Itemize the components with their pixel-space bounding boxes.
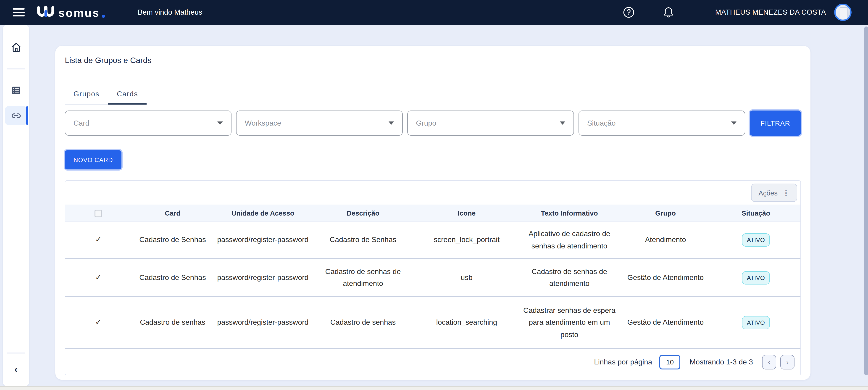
cell-card: Cadastro de senhas: [131, 297, 214, 348]
cell-grupo: Gestão de Atendimento: [620, 297, 712, 348]
tab-grupos[interactable]: Grupos: [65, 85, 108, 104]
previous-page-button[interactable]: ‹: [762, 355, 776, 369]
page-title: Lista de Grupos e Cards: [65, 56, 801, 65]
sidebar-divider-bottom: [7, 353, 25, 354]
cell-texto-informativo: Cadastrar senhas de espera para atendime…: [519, 297, 620, 348]
header-checkbox-cell: [65, 205, 131, 221]
home-icon: [11, 42, 21, 52]
table-row: ✓ Cadastro de senhas password/register-p…: [65, 297, 800, 349]
status-badge[interactable]: ATIVO: [742, 316, 770, 329]
row-selected-checkmark[interactable]: ✓: [95, 271, 102, 284]
pagination-row: Linhas por página Mostrando 1-3 de 3 ‹ ›: [65, 349, 800, 375]
acoes-button-label: Ações: [758, 189, 778, 197]
somus-logo: somus: [36, 6, 105, 19]
filtrar-button[interactable]: FILTRAR: [750, 111, 801, 136]
cards-table-container: Ações ⋮ Card Unidade de Acesso Descrição…: [65, 180, 801, 376]
chevron-right-icon: ›: [786, 358, 788, 366]
horizontal-scrollbar[interactable]: [0, 386, 868, 390]
top-navigation-bar: somus Bem vindo Matheus MATHEUS MENEZES …: [0, 0, 868, 25]
cell-descricao: Cadastro de Senhas: [312, 222, 414, 258]
active-indicator-bar: [26, 107, 28, 125]
tab-cards[interactable]: Cards: [108, 85, 147, 104]
cell-icone: screen_lock_portrait: [414, 222, 519, 258]
status-badge[interactable]: ATIVO: [742, 233, 770, 247]
cell-card: Cadastro de Senhas: [131, 260, 214, 296]
status-badge[interactable]: ATIVO: [742, 271, 770, 284]
cell-descricao: Cadastro de senhas de atendimento: [312, 260, 414, 296]
cell-unidade-de-acesso: password/register-password: [214, 297, 312, 348]
cell-card: Cadastro de Senhas: [131, 222, 214, 258]
somus-logo-mark-icon: [36, 6, 55, 19]
row-selected-checkmark[interactable]: ✓: [95, 234, 102, 246]
column-header-unidade-de-acesso: Unidade de Acesso: [214, 205, 312, 221]
cell-grupo: Gestão de Atendimento: [620, 260, 712, 296]
cell-texto-informativo: Aplicativo de cadastro de senhas de aten…: [519, 222, 620, 258]
rows-per-page-input[interactable]: [659, 355, 681, 369]
help-icon[interactable]: [623, 6, 635, 18]
chevron-left-icon: ‹: [768, 358, 770, 366]
notifications-bell-icon[interactable]: [663, 6, 674, 18]
showing-range-text: Mostrando 1-3 de 3: [690, 358, 753, 366]
chevron-down-icon: [217, 121, 223, 125]
select-all-checkbox[interactable]: [95, 209, 102, 217]
user-name[interactable]: MATHEUS MENEZES DA COSTA: [715, 8, 826, 17]
column-header-texto-informativo: Texto Informativo: [519, 205, 620, 221]
cell-texto-informativo: Cadastro de senhas de atendimento: [519, 260, 620, 296]
sidebar-item-cards-active[interactable]: [5, 106, 27, 125]
situacao-filter-select[interactable]: Situação: [579, 111, 745, 136]
cell-grupo: Atendimento: [620, 222, 712, 258]
acoes-button[interactable]: Ações ⋮: [751, 184, 797, 202]
column-header-grupo: Grupo: [620, 205, 712, 221]
vertical-scrollbar[interactable]: [864, 27, 868, 376]
welcome-message: Bem vindo Matheus: [138, 8, 202, 17]
table-row: ✓ Cadastro de Senhas password/register-p…: [65, 221, 800, 259]
column-header-icone: Icone: [414, 205, 519, 221]
table-row: ✓ Cadastro de Senhas password/register-p…: [65, 259, 800, 297]
sidebar-navigation: ‹: [3, 25, 29, 386]
main-content-card: Lista de Grupos e Cards Grupos Cards Car…: [55, 46, 810, 380]
sidebar-item-home[interactable]: [5, 37, 27, 57]
sidebar-divider: [7, 68, 25, 69]
situacao-filter-placeholder: Situação: [587, 119, 616, 127]
cell-descricao: Cadastro de senhas: [312, 297, 414, 348]
kebab-menu-icon: ⋮: [782, 189, 790, 197]
hamburger-menu-icon[interactable]: [13, 8, 25, 17]
card-filter-placeholder: Card: [73, 119, 89, 127]
user-avatar[interactable]: [834, 4, 851, 21]
chevron-down-icon: [731, 121, 737, 125]
rows-per-page-label: Linhas por página: [594, 358, 652, 366]
grupo-filter-placeholder: Grupo: [416, 119, 436, 127]
column-header-descricao: Descrição: [312, 205, 414, 221]
next-page-button[interactable]: ›: [780, 355, 795, 369]
list-table-icon: [11, 85, 21, 95]
chevron-down-icon: [560, 121, 565, 125]
column-header-card: Card: [131, 205, 214, 221]
novo-card-button[interactable]: NOVO CARD: [65, 150, 122, 170]
sidebar-item-list[interactable]: [5, 80, 27, 99]
workspace-filter-select[interactable]: Workspace: [236, 111, 403, 136]
application-window: somus Bem vindo Matheus MATHEUS MENEZES …: [0, 0, 868, 390]
table-header-row: Card Unidade de Acesso Descrição Icone T…: [65, 205, 800, 221]
cell-icone: usb: [414, 260, 519, 296]
cell-unidade-de-acesso: password/register-password: [214, 260, 312, 296]
column-header-situacao: Situação: [711, 205, 800, 221]
brand-name: somus: [58, 7, 100, 19]
table-toolbar: Ações ⋮: [65, 181, 800, 205]
sidebar-collapse-icon[interactable]: ‹: [14, 364, 18, 374]
link-icon: [10, 110, 22, 121]
cell-unidade-de-acesso: password/register-password: [214, 222, 312, 258]
brand-dot: [102, 14, 105, 18]
workspace-filter-placeholder: Workspace: [245, 119, 281, 127]
grupo-filter-select[interactable]: Grupo: [407, 111, 574, 136]
cell-icone: location_searching: [414, 297, 519, 348]
filter-row: Card Workspace Grupo Situação FILTRAR: [65, 111, 801, 136]
tab-bar: Grupos Cards: [65, 85, 147, 104]
card-filter-select[interactable]: Card: [65, 111, 231, 136]
chevron-down-icon: [389, 121, 394, 125]
row-selected-checkmark[interactable]: ✓: [95, 316, 102, 329]
